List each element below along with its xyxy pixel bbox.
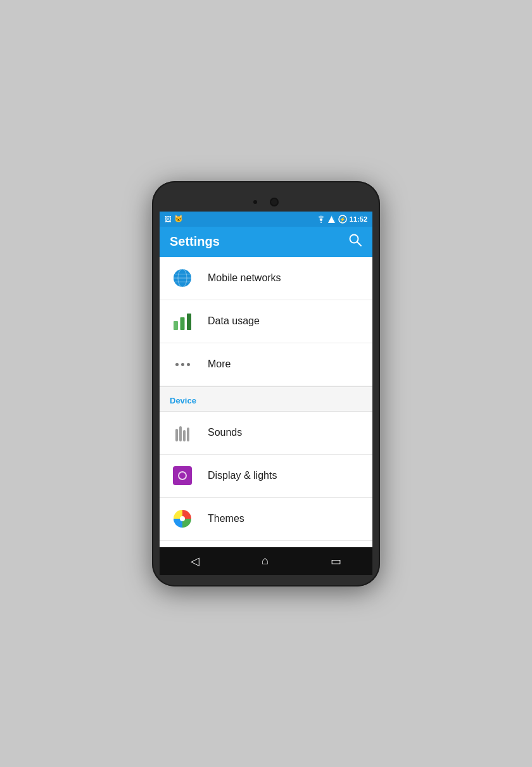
mobile-networks-label: Mobile networks: [208, 272, 281, 284]
battery-icon: ⚡: [338, 215, 347, 224]
themes-item[interactable]: Themes: [160, 498, 372, 541]
device-header-text: Device: [170, 396, 196, 405]
navigation-bar: ◁ ⌂ ▭: [160, 547, 372, 575]
home-button[interactable]: ⌂: [262, 554, 269, 567]
bar-chart-icon: [170, 308, 195, 334]
signal-icon: [328, 215, 336, 223]
display-lights-item[interactable]: Display & lights: [160, 455, 372, 498]
more-dots-icon: [170, 352, 195, 377]
more-item[interactable]: More: [160, 343, 372, 386]
svg-point-20: [180, 516, 185, 521]
page-title: Settings: [170, 234, 220, 249]
more-label: More: [208, 358, 231, 370]
sounds-item[interactable]: Sounds: [160, 412, 372, 455]
svg-rect-12: [174, 321, 178, 330]
svg-text:⚡: ⚡: [339, 216, 346, 222]
globe-icon: [170, 265, 195, 291]
svg-rect-15: [175, 429, 178, 441]
phone-top-bar: [160, 193, 372, 212]
themes-label: Themes: [208, 513, 244, 524]
svg-point-0: [320, 222, 322, 223]
app-toolbar: Settings: [160, 227, 372, 257]
svg-rect-17: [183, 430, 186, 441]
sounds-label: Sounds: [208, 427, 242, 438]
search-button[interactable]: [348, 233, 362, 250]
phone-camera: [270, 198, 279, 206]
display-lights-label: Display & lights: [208, 470, 277, 481]
svg-rect-13: [180, 317, 185, 330]
mobile-networks-item[interactable]: Mobile networks: [160, 257, 372, 300]
status-right-icons: ⚡ 11:52: [317, 215, 367, 224]
svg-line-6: [357, 242, 361, 246]
themes-icon: [170, 506, 195, 531]
sound-icon: [170, 420, 195, 445]
phone-screen: 🖼 🐱 ⚡ 11:52: [160, 212, 372, 575]
display-icon: [170, 463, 195, 488]
cat-notification-icon: 🐱: [174, 215, 183, 223]
time-display: 11:52: [350, 215, 367, 223]
phone-speaker: [253, 200, 257, 204]
image-notification-icon: 🖼: [165, 215, 172, 223]
svg-rect-18: [187, 428, 189, 441]
status-left-icons: 🖼 🐱: [165, 215, 183, 223]
back-button[interactable]: ◁: [191, 554, 200, 568]
phone-frame: 🖼 🐱 ⚡ 11:52: [152, 181, 380, 586]
device-section-header: Device: [160, 386, 372, 412]
svg-rect-16: [179, 426, 182, 441]
status-bar: 🖼 🐱 ⚡ 11:52: [160, 212, 372, 227]
settings-content: Mobile networks Data usage: [160, 257, 372, 547]
recents-button[interactable]: ▭: [331, 554, 341, 568]
svg-rect-14: [187, 314, 191, 330]
wifi-icon: [317, 215, 326, 223]
data-usage-label: Data usage: [208, 315, 260, 327]
data-usage-item[interactable]: Data usage: [160, 300, 372, 343]
